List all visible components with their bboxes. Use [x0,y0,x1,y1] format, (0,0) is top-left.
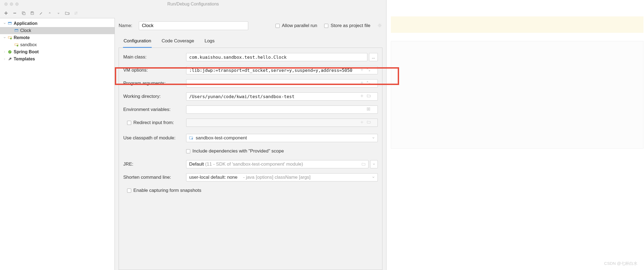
checkbox-icon [276,24,280,28]
watermark: CSDN @七杯白水 [604,261,637,266]
svg-rect-6 [15,29,18,30]
tree-node-application[interactable]: Application [0,20,115,27]
chevron-right-icon [3,51,6,53]
vm-options-label: VM options: [123,68,186,73]
tree-node-templates[interactable]: Templates [0,55,115,63]
config-panel: Main class: com.kuaishou.sandbox.test.he… [119,48,382,270]
folder-icon[interactable] [362,163,365,166]
application-icon [14,28,19,33]
svg-rect-1 [23,13,25,15]
vm-options-input[interactable]: :lib:jdwp:=transport=dt_socket,server=y,… [186,66,378,74]
checkbox-icon [186,149,190,153]
save-config-button[interactable] [30,10,35,16]
checkbox-icon [127,121,131,125]
env-vars-input[interactable] [186,105,378,114]
tree-node-sandbox[interactable]: sandbox [0,41,115,48]
wrench-icon [8,57,12,61]
config-tabs: Configuration Code Coverage Logs [119,36,382,48]
window-maximize-button[interactable] [15,2,19,6]
classpath-module-select[interactable]: sandbox-test-component [186,134,378,142]
tree-label: Spring Boot [14,49,39,54]
dialog-window: Run/Debug Configurations Application Clo… [0,0,387,270]
folder-icon[interactable] [367,94,371,99]
checkbox-icon [324,24,328,28]
sidebar-toolbar [0,8,386,18]
svg-rect-4 [8,22,11,23]
move-up-button[interactable] [47,10,52,16]
store-as-project-checkbox[interactable]: Store as project file [324,23,370,28]
tab-logs[interactable]: Logs [204,36,215,48]
tree-label: Templates [14,57,35,61]
chevron-right-icon [3,58,6,60]
copy-config-button[interactable] [21,10,26,16]
window-title: Run/Debug Configurations [167,2,219,7]
expand-icon[interactable] [367,81,371,86]
tab-code-coverage[interactable]: Code Coverage [161,36,195,48]
list-icon[interactable] [367,107,371,112]
add-icon[interactable] [360,94,365,99]
remove-config-button[interactable] [12,10,17,16]
add-icon[interactable] [360,121,365,125]
include-provided-checkbox[interactable]: Include dependencies with "Provided" sco… [186,148,284,154]
add-icon[interactable] [360,81,365,86]
redirect-input-label: Redirect input from: [123,120,186,125]
folder-button[interactable] [65,10,70,16]
remote-icon [14,43,19,47]
allow-parallel-checkbox[interactable]: Allow parallel run [276,23,317,28]
working-dir-input[interactable]: /Users/yunan/code/kwai/test/sandbox-test [186,92,378,101]
tree-label: sandbox [20,42,37,47]
jre-dropdown-button[interactable] [370,160,378,168]
titlebar: Run/Debug Configurations [0,0,386,8]
config-tree: Application Clock Remote sandbox [0,18,115,270]
chevron-down-icon [3,36,6,39]
enable-capture-checkbox[interactable]: Enable capturing form snapshots [127,188,201,193]
edit-defaults-button[interactable] [38,10,44,16]
application-icon [8,21,12,26]
redirect-input-checkbox[interactable]: Redirect input from: [127,120,186,125]
spring-icon [8,50,12,54]
expand-icon[interactable] [367,68,371,72]
tree-node-remote[interactable]: Remote [0,34,115,41]
add-icon[interactable] [360,68,365,72]
add-config-button[interactable] [3,10,9,16]
remote-icon [8,36,12,40]
move-down-button[interactable] [56,10,61,16]
folder-icon[interactable] [367,121,371,125]
main-class-input[interactable]: com.kuaishou.sandbox.test.hello.Clock [186,53,367,61]
chevron-down-icon [3,22,6,25]
sort-button[interactable] [73,10,79,16]
tree-label: Application [14,21,37,26]
program-args-label: Program arguments: [123,81,186,86]
window-minimize-button[interactable] [10,2,13,6]
name-input[interactable] [139,21,248,30]
tree-node-clock[interactable]: Clock [0,27,115,34]
svg-point-10 [17,45,18,46]
program-args-input[interactable] [186,79,378,87]
checkbox-icon [127,189,131,193]
classpath-module-label: Use classpath of module: [123,135,186,141]
name-label: Name: [119,23,132,28]
working-dir-label: Working directory: [123,94,186,99]
tree-label: Clock [20,28,31,33]
gear-icon[interactable] [377,23,382,28]
main-class-label: Main class: [123,54,186,60]
chevron-down-icon [372,176,375,179]
shorten-cmd-select[interactable]: user-local default: none - java [options… [186,173,378,181]
jre-input[interactable]: Default (11 - SDK of 'sandbox-test-compo… [186,160,368,168]
window-close-button[interactable] [4,2,8,6]
svg-rect-2 [31,12,33,13]
jre-label: JRE: [123,162,186,167]
browse-main-class-button[interactable]: ... [369,53,378,61]
tree-node-spring-boot[interactable]: Spring Boot [0,48,115,55]
svg-rect-14 [192,138,193,139]
chevron-down-icon [372,137,375,139]
tree-label: Remote [14,35,30,40]
module-icon [189,136,194,140]
env-vars-label: Environment variables: [123,107,186,112]
tab-configuration[interactable]: Configuration [123,36,152,48]
svg-point-12 [379,25,380,26]
svg-point-8 [10,38,12,39]
shorten-cmd-label: Shorten command line: [123,175,186,180]
redirect-input-field[interactable] [186,119,378,127]
